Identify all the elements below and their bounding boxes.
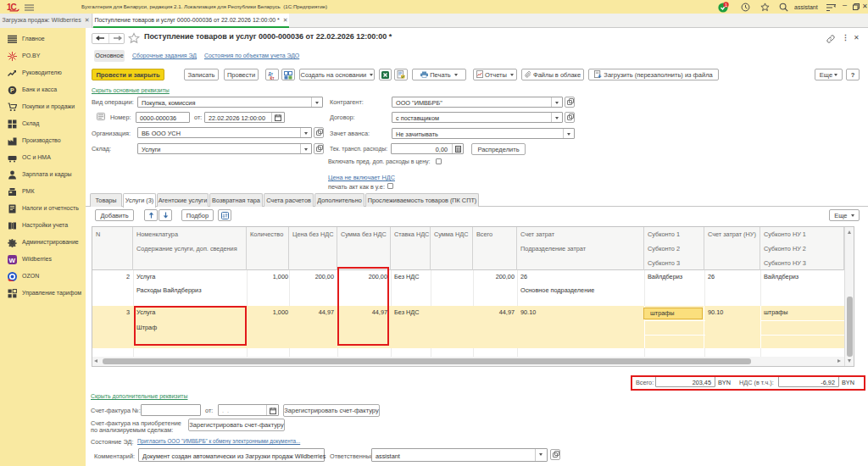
svg-text:1: 1: [725, 3, 727, 8]
svg-text:W: W: [8, 257, 15, 264]
svg-text:Кт: Кт: [270, 75, 275, 79]
svg-text:P: P: [10, 87, 14, 93]
